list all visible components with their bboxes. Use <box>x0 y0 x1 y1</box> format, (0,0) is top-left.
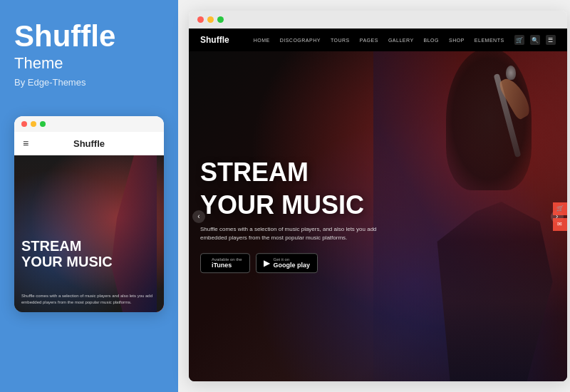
desktop-store-buttons: Available on the iTunes ▶ Get it on Goog… <box>200 253 400 273</box>
menu-icon[interactable]: ☰ <box>546 35 556 45</box>
nav-item-elements[interactable]: ELEMENTS <box>475 38 504 43</box>
desktop-hero: ‹ › 🛒 ✉ STREAM YOUR MUSIC Shuffle comes … <box>189 51 567 381</box>
mobile-hero-text: STREAM YOUR MUSIC <box>21 238 113 269</box>
nav-icons: 🛒 🔍 ☰ <box>514 35 556 45</box>
playstore-name: Google play <box>274 262 311 269</box>
mobile-hamburger-icon[interactable]: ≡ <box>23 138 28 149</box>
playstore-text: Get it on Google play <box>274 257 311 269</box>
desktop-hero-title-line2: YOUR MUSIC <box>200 192 400 218</box>
search-icon[interactable]: 🔍 <box>530 35 540 45</box>
mobile-preview: ≡ Shuffle STREAM YOUR MUSIC Shuffle come… <box>14 116 164 312</box>
desktop-nav: Shuffle HOME DISCOGRAPHY TOURS PAGES GAL… <box>189 29 567 51</box>
appstore-button[interactable]: Available on the iTunes <box>200 253 250 273</box>
hero-side-btn-1[interactable]: 🛒 <box>553 202 567 215</box>
singer-hair <box>446 51 532 190</box>
desktop-dot-red <box>197 16 204 23</box>
mobile-dot-red <box>21 121 27 127</box>
theme-author: By Edge-Themes <box>14 77 164 88</box>
mobile-hero-title-line2: YOUR MUSIC <box>21 254 113 269</box>
nav-item-home[interactable]: HOME <box>254 38 270 43</box>
desktop-hero-content: STREAM YOUR MUSIC Shuffle comes with a s… <box>200 160 400 274</box>
nav-item-shop[interactable]: SHOP <box>449 38 465 43</box>
nav-item-blog[interactable]: BLOG <box>424 38 439 43</box>
nav-item-tours[interactable]: TOURS <box>331 38 350 43</box>
theme-name: Shuffle <box>14 21 164 51</box>
mobile-dot-green <box>40 121 46 127</box>
hero-side-btn-2[interactable]: ✉ <box>553 218 567 231</box>
microphone-head <box>506 66 516 80</box>
desktop-preview: Shuffle HOME DISCOGRAPHY TOURS PAGES GAL… <box>189 11 567 381</box>
mobile-hero-desc: Shuffle comes with a selection of music … <box>21 293 160 305</box>
right-panel: Shuffle HOME DISCOGRAPHY TOURS PAGES GAL… <box>178 0 570 392</box>
desktop-dot-green <box>217 16 224 23</box>
mobile-hero-title-line1: STREAM <box>21 238 113 254</box>
cart-icon[interactable]: 🛒 <box>514 35 524 45</box>
nav-item-pages[interactable]: PAGES <box>360 38 378 43</box>
desktop-topbar <box>189 11 567 29</box>
mobile-nav: ≡ Shuffle <box>14 132 164 155</box>
mobile-topbar <box>14 116 164 132</box>
hero-side-buttons: 🛒 ✉ <box>553 202 567 231</box>
appstore-text: Available on the iTunes <box>212 257 242 269</box>
nav-item-gallery[interactable]: GALLERY <box>388 38 414 43</box>
playstore-button[interactable]: ▶ Get it on Google play <box>256 253 318 273</box>
mobile-hero: STREAM YOUR MUSIC Shuffle comes with a s… <box>14 155 164 312</box>
nav-item-discography[interactable]: DISCOGRAPHY <box>280 38 321 43</box>
mobile-nav-logo: Shuffle <box>73 138 105 149</box>
desktop-hero-desc: Shuffle comes with a selection of music … <box>200 225 400 244</box>
left-panel: Shuffle Theme By Edge-Themes ≡ Shuffle S… <box>0 0 178 392</box>
theme-label: Theme <box>14 54 164 73</box>
desktop-hero-title-line1: STREAM <box>200 160 400 185</box>
hero-prev-button[interactable]: ‹ <box>192 210 205 223</box>
play-icon: ▶ <box>264 258 270 268</box>
mobile-dot-yellow <box>31 121 36 127</box>
desktop-dot-yellow <box>207 16 214 23</box>
appstore-name: iTunes <box>212 262 242 269</box>
desktop-nav-logo: Shuffle <box>200 35 229 45</box>
